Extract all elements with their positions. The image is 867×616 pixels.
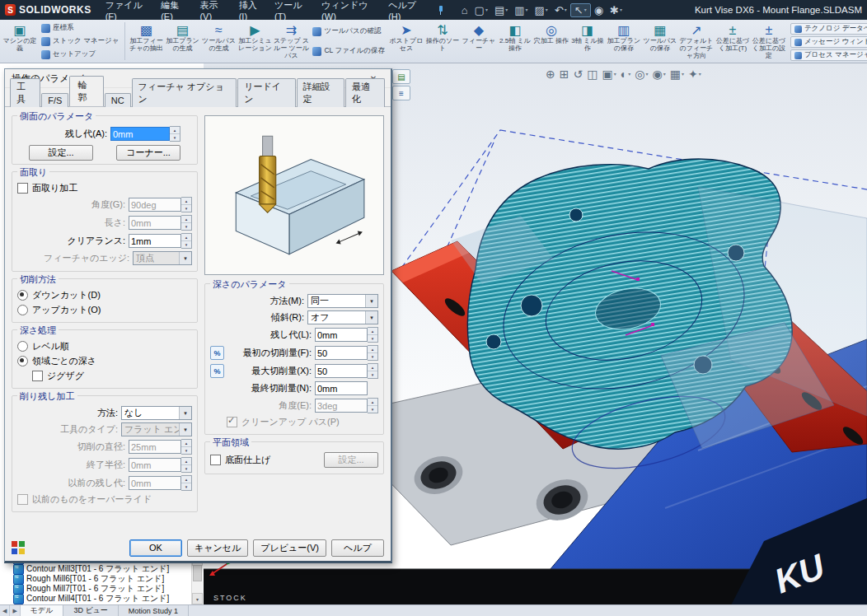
allowance-stepper[interactable] — [170, 126, 180, 142]
tab-feature-options[interactable]: フィーチャ オプション — [132, 78, 237, 107]
final-cut-amount-input[interactable] — [315, 381, 368, 395]
home-icon[interactable]: ⌂ — [458, 4, 471, 16]
chamfer-angle-stepper[interactable] — [181, 197, 192, 212]
view-orientation-icon[interactable]: ▣ — [602, 68, 616, 80]
select-tool-icon[interactable]: ↖▾ — [570, 3, 591, 17]
tab-model[interactable]: モデル — [21, 605, 64, 616]
chamfer-angle-input[interactable] — [129, 198, 181, 212]
display-pane-button-bottom[interactable]: ≡ — [392, 86, 410, 100]
by-level-radio[interactable] — [17, 341, 28, 352]
ribbon-button-save-cl-file[interactable]: CL ファイルの保存 — [311, 46, 386, 56]
override-previous-checkbox[interactable] — [17, 494, 28, 505]
tab-advanced[interactable]: 詳細設定 — [297, 78, 345, 107]
max-cut-amount-input[interactable] — [315, 364, 368, 378]
zoom-area-icon[interactable]: ⊞ — [560, 68, 569, 80]
tree-item-contour-mill4[interactable]: Contour Mill4[T01 - 6 フラット エンド] — [0, 594, 204, 604]
flat-settings-button[interactable]: 設定... — [324, 452, 378, 468]
depth-angle-input[interactable] — [315, 399, 368, 413]
percent-toggle-icon[interactable]: % — [210, 346, 224, 360]
ribbon-button-extract-features[interactable]: ▩加工フィーチャの抽出 — [128, 21, 164, 62]
ribbon-button-setup[interactable]: セットアップ — [40, 49, 120, 59]
display-style-icon[interactable]: ◐ — [621, 68, 630, 80]
new-document-icon[interactable]: ▢▾ — [471, 4, 491, 16]
chamfer-clearance-stepper[interactable] — [181, 233, 192, 249]
percent-toggle-icon[interactable]: % — [210, 364, 224, 378]
depth-method-dropdown[interactable]: 同一 — [307, 294, 378, 308]
pin-menu-icon[interactable] — [436, 5, 445, 15]
ribbon-button-25axis-mill[interactable]: ◧2.5軸 ミル操作 — [497, 21, 533, 62]
tab-fs[interactable]: F/S — [41, 93, 68, 107]
tab-contour[interactable]: 輪郭 — [69, 76, 103, 106]
feature-edge-dropdown[interactable]: 頂点 — [133, 251, 192, 265]
ribbon-button-simulate[interactable]: ▶加工シミュレーション — [237, 21, 273, 62]
tab-tool[interactable]: 工具 — [10, 78, 40, 107]
open-icon[interactable]: ▤▾ — [491, 4, 511, 16]
bottom-finish-checkbox[interactable] — [210, 455, 221, 465]
view-settings-icon[interactable]: ✦ — [688, 68, 701, 80]
ribbon-button-generate-plan[interactable]: ▤加工プランの生成 — [164, 21, 200, 62]
technology-database-button[interactable]: テクノロジ データベース — [790, 23, 867, 35]
ribbon-button-step-through[interactable]: ⇉ステップ スルー ツールパス — [273, 21, 309, 62]
zoom-to-fit-icon[interactable]: ⊕ — [546, 68, 555, 80]
print-icon[interactable]: ▨▾ — [532, 4, 551, 16]
zigzag-checkbox[interactable] — [32, 371, 43, 381]
conventional-cut-radio[interactable] — [17, 305, 28, 315]
message-window-button[interactable]: メッセージ ウィンドウ — [790, 36, 867, 48]
previous-view-icon[interactable]: ↺ — [573, 68, 583, 80]
cancel-button[interactable]: キャンセル — [187, 539, 248, 557]
tab-3d-view[interactable]: 3D ビュー — [63, 605, 118, 616]
rebuild-icon[interactable]: ◉ — [591, 4, 607, 16]
ribbon-button-coordinate-system[interactable]: 座標系 — [40, 23, 120, 33]
ribbon-button-tolerance-machining[interactable]: ±公差に基づく加工(T) — [715, 21, 751, 62]
rest-tool-type-dropdown[interactable]: フラット エンド — [121, 422, 192, 436]
apply-scene-icon[interactable]: ▦ — [670, 68, 684, 80]
first-cut-amount-stepper[interactable] — [368, 345, 378, 361]
chamfer-machining-checkbox[interactable] — [17, 183, 28, 194]
display-pane-button-top[interactable]: ▤ — [392, 69, 410, 84]
depth-allowance-input[interactable] — [315, 328, 368, 342]
ribbon-button-stock-manager[interactable]: ストック マネージャ — [40, 36, 120, 46]
rest-method-dropdown[interactable]: なし — [121, 406, 192, 420]
tab-nc[interactable]: NC — [105, 93, 131, 107]
ribbon-button-hole-operation[interactable]: ◎穴加工 操作 — [533, 21, 569, 62]
ribbon-button-verify-toolpath[interactable]: ツールパスの確認 — [311, 26, 386, 36]
ribbon-button-default-feature-direction[interactable]: ↗デフォルトのフィーチャ方向 — [678, 21, 715, 62]
process-manager-button[interactable]: プロセス マネージャ — [790, 49, 867, 61]
corner-button[interactable]: コーナー... — [116, 145, 180, 161]
scrollbar-thumb[interactable] — [193, 565, 202, 581]
ramp-dropdown[interactable]: オフ — [307, 310, 378, 324]
edit-appearance-icon[interactable]: ◉ — [652, 68, 665, 80]
depth-allowance-stepper[interactable] — [368, 327, 378, 343]
help-button[interactable]: ヘルプ — [331, 539, 384, 557]
chamfer-length-input[interactable] — [129, 216, 181, 230]
cleanup-pass-checkbox[interactable] — [227, 417, 237, 427]
settings-button[interactable]: 設定... — [29, 145, 93, 161]
hide-show-items-icon[interactable]: ◎ — [635, 68, 648, 80]
rest-end-radius-stepper[interactable] — [181, 457, 192, 473]
tab-motion-study[interactable]: Motion Study 1 — [119, 605, 189, 616]
save-icon[interactable]: ▥▾ — [511, 4, 531, 16]
ribbon-button-post-process[interactable]: ➤ポストプロセス — [388, 21, 424, 62]
max-cut-amount-stepper[interactable] — [368, 363, 378, 379]
ok-button[interactable]: OK — [129, 539, 182, 557]
ribbon-button-define-machine[interactable]: ▣ マシンの定義 — [2, 21, 38, 62]
tab-leadin[interactable]: リードイン — [237, 78, 295, 107]
rest-cut-diameter-stepper[interactable] — [181, 439, 192, 455]
preview-button[interactable]: プレビュー(V) — [253, 539, 326, 557]
tab-optimize[interactable]: 最適化 — [345, 78, 385, 107]
ribbon-button-generate-toolpath[interactable]: ≈ツールパスの生成 — [200, 21, 237, 62]
tab-scroll-right-icon[interactable]: ▶ — [10, 605, 20, 616]
ribbon-button-sort-operations[interactable]: ⇅操作のソート — [424, 21, 461, 62]
ribbon-button-save-plan[interactable]: ▥加工プランの保存 — [606, 21, 642, 62]
scroll-down-icon[interactable] — [192, 593, 203, 604]
tab-scroll-left-icon[interactable]: ◀ — [0, 605, 10, 616]
options-icon[interactable]: ✱▾ — [607, 4, 626, 16]
ribbon-button-save-toolpath[interactable]: ▦ツールパスの保存 — [642, 21, 678, 62]
ribbon-button-new-feature[interactable]: ◆フィーチャー — [461, 21, 497, 62]
rest-cut-diameter-input[interactable] — [129, 440, 181, 454]
depth-angle-stepper[interactable] — [368, 398, 378, 413]
rest-end-radius-input[interactable] — [129, 458, 181, 472]
by-region-radio[interactable] — [17, 356, 28, 366]
rest-previous-allowance-stepper[interactable] — [181, 475, 192, 491]
section-view-icon[interactable]: ◫ — [587, 68, 598, 80]
